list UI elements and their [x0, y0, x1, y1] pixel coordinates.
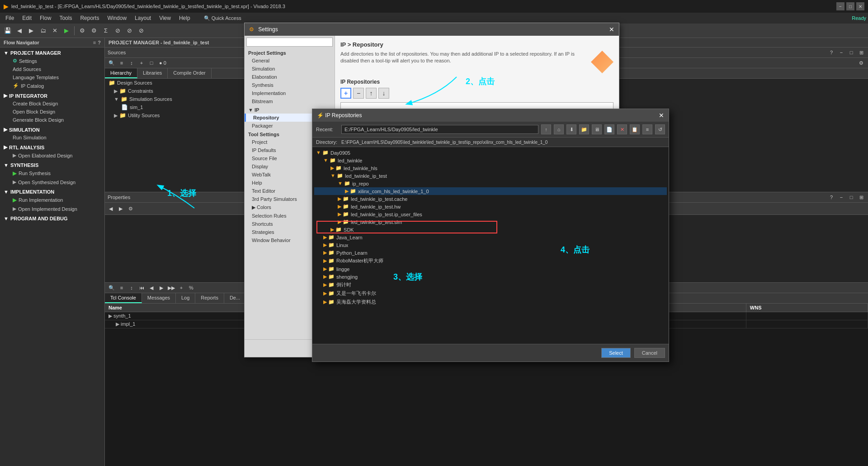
props-back-btn[interactable]: ◀ — [107, 204, 115, 213]
settings-item-bitstream[interactable]: Bitstream — [245, 97, 335, 105]
nav-settings3-btn[interactable]: ≡ — [642, 124, 652, 134]
tree-cache[interactable]: ▶ 📁 led_twinkle_ip_test.cache — [314, 195, 667, 203]
flow-nav-help[interactable]: ? — [98, 40, 101, 45]
nav-item-open-synthesized[interactable]: ▶ Open Synthesized Design — [0, 178, 104, 186]
tree-ip-repo[interactable]: ▼ 📁 ip_repo — [314, 180, 667, 187]
props-max-btn[interactable]: □ — [847, 193, 855, 201]
props-min-btn[interactable]: − — [837, 193, 845, 201]
tcl-pct-btn[interactable]: % — [187, 284, 195, 292]
tool1-button[interactable]: ⊘ — [113, 26, 123, 36]
nav-refresh-btn[interactable]: ↺ — [655, 124, 665, 134]
nav-item-add-sources[interactable]: Add Sources — [0, 65, 104, 73]
tree-ip-test[interactable]: ▼ 📁 led_twinkle_ip_test — [314, 172, 667, 180]
nav-section-program[interactable]: ▼ PROGRAM AND DEBUG — [0, 213, 104, 222]
save-button[interactable]: 🗂 — [38, 26, 48, 36]
tcl-play-btn[interactable]: ▶ — [157, 284, 165, 292]
tab-reports[interactable]: Reports — [195, 293, 224, 303]
sources-max-btn[interactable]: □ — [847, 48, 855, 57]
quick-access[interactable]: 🔍 Quick Access — [204, 15, 241, 21]
nav-item-generate-block-design[interactable]: Generate Block Design — [0, 116, 104, 124]
nav-item-settings[interactable]: ⚙ Settings — [0, 57, 104, 65]
nav-item-ip-catalog[interactable]: ⚡ IP Catalog — [0, 81, 104, 90]
up-repo-button[interactable]: ↑ — [366, 88, 377, 99]
tcl-search-btn[interactable]: 🔍 — [108, 284, 116, 292]
props-help-btn[interactable]: ? — [827, 193, 835, 201]
nav-item-run-implementation[interactable]: ▶ Run Implementation — [0, 195, 104, 204]
settings-button[interactable]: ⚙ — [89, 26, 99, 36]
settings2-btn[interactable]: ⚙ — [857, 59, 865, 67]
nav-new-btn[interactable]: 📄 — [604, 124, 614, 134]
nav-home-btn[interactable]: ⌂ — [554, 124, 564, 134]
close-button[interactable]: ✕ — [856, 2, 864, 10]
tree-linux[interactable]: ▶ 📁 Linux — [314, 241, 667, 249]
menu-window[interactable]: Window — [104, 14, 130, 22]
nav-copy-btn[interactable]: 📋 — [630, 124, 640, 134]
sigma-button[interactable]: Σ — [101, 26, 111, 36]
tree-shengjing[interactable]: ▶ 📁 shengjing — [314, 273, 667, 281]
tab-libraries[interactable]: Libraries — [137, 68, 168, 78]
nav-delete-btn[interactable]: ✕ — [617, 124, 627, 134]
nav-item-run-synthesis[interactable]: ▶ Run Synthesis — [0, 169, 104, 178]
nav-new-folder-btn[interactable]: 📁 — [579, 124, 589, 134]
menu-view[interactable]: View — [156, 14, 175, 22]
forward-button[interactable]: ▶ — [26, 26, 36, 36]
tcl-next-btn[interactable]: ▶▶ — [167, 284, 175, 292]
menu-flow[interactable]: Flow — [36, 14, 55, 22]
settings-item-implementation[interactable]: Implementation — [245, 89, 335, 97]
nav-section-simulation[interactable]: ▶ SIMULATION — [0, 124, 104, 133]
tab-tcl-console[interactable]: Tcl Console — [105, 293, 142, 303]
tree-wuhai[interactable]: ▶ 📁 吴海磊大学资料总 — [314, 298, 667, 306]
run-button[interactable]: ▶ — [61, 26, 71, 36]
tcl-sort-btn[interactable]: ↕ — [127, 284, 136, 292]
new-project-button[interactable]: 💾 — [3, 26, 13, 36]
back-button[interactable]: ◀ — [14, 26, 24, 36]
nav-section-synthesis[interactable]: ▼ SYNTHESIS — [0, 160, 104, 169]
tree-hw[interactable]: ▶ 📁 led_twinkle_ip_test.hw — [314, 203, 667, 210]
tree-sim[interactable]: ▶ 📁 led_twinkle_ip_test.sim — [314, 218, 667, 226]
tree-day0905[interactable]: ▼ 📁 Day0905 — [314, 149, 667, 157]
menu-tools[interactable]: Tools — [56, 14, 75, 22]
tool2-button[interactable]: ⊘ — [124, 26, 134, 36]
remove-repo-button[interactable]: − — [353, 88, 364, 99]
settings-item-general[interactable]: General — [245, 57, 335, 65]
props-forward-btn[interactable]: ▶ — [117, 204, 125, 213]
tree-sdk[interactable]: ▶ 📁 SDK — [314, 226, 667, 233]
nav-up-btn[interactable]: ↑ — [541, 124, 551, 134]
menu-file[interactable]: File — [2, 14, 18, 22]
remove-btn[interactable]: □ — [147, 59, 156, 67]
tab-log[interactable]: Log — [176, 293, 195, 303]
tab-messages[interactable]: Messages — [142, 293, 176, 303]
props-settings-btn[interactable]: ⚙ — [127, 204, 135, 213]
menu-edit[interactable]: Edit — [19, 14, 35, 22]
nav-item-open-elaborated[interactable]: ▶ Open Elaborated Design — [0, 151, 104, 160]
nav-item-open-implemented[interactable]: ▶ Open Implemented Design — [0, 204, 104, 213]
settings-item-simulation[interactable]: Simulation — [245, 65, 335, 73]
ip-select-button[interactable]: Select — [601, 348, 631, 358]
nav-monitor-btn[interactable]: 🖥 — [592, 124, 602, 134]
nav-item-run-simulation[interactable]: Run Simulation — [0, 133, 104, 142]
menu-help[interactable]: Help — [175, 14, 194, 22]
settings-item-synthesis[interactable]: Synthesis — [245, 81, 335, 89]
search-sources-btn[interactable]: 🔍 — [108, 59, 116, 67]
tool3-button[interactable]: ⊘ — [136, 26, 146, 36]
flow-nav-pin[interactable]: ≡ — [93, 40, 96, 45]
sources-help-btn[interactable]: ? — [827, 48, 835, 57]
tab-hierarchy[interactable]: Hierarchy — [105, 68, 137, 78]
menu-reports[interactable]: Reports — [76, 14, 103, 22]
ip-repos-close-button[interactable]: ✕ — [659, 112, 664, 119]
filter-btn[interactable]: ≡ — [118, 59, 126, 67]
settings-close-button[interactable]: ✕ — [609, 26, 614, 33]
nav-item-create-block-design[interactable]: Create Block Design — [0, 100, 104, 108]
tree-countdown[interactable]: ▶ 📁 倒计时 — [314, 281, 667, 289]
sources-min-btn[interactable]: − — [837, 48, 845, 57]
minimize-button[interactable]: − — [836, 2, 844, 10]
tree-led-twinkle[interactable]: ▼ 📁 led_twinkle — [314, 157, 667, 164]
maximize-button[interactable]: □ — [846, 2, 854, 10]
props-expand-btn[interactable]: ⊞ — [857, 193, 865, 201]
ip-cancel-button[interactable]: Cancel — [634, 348, 665, 358]
tcl-prev-btn[interactable]: ◀ — [147, 284, 156, 292]
tree-feishu[interactable]: ▶ 📁 又是一年飞书卡尔 — [314, 289, 667, 298]
settings-item-elaboration[interactable]: Elaboration — [245, 73, 335, 81]
sort-btn[interactable]: ↕ — [127, 59, 136, 67]
tree-java[interactable]: ▶ 📁 Java_Learn — [314, 233, 667, 241]
